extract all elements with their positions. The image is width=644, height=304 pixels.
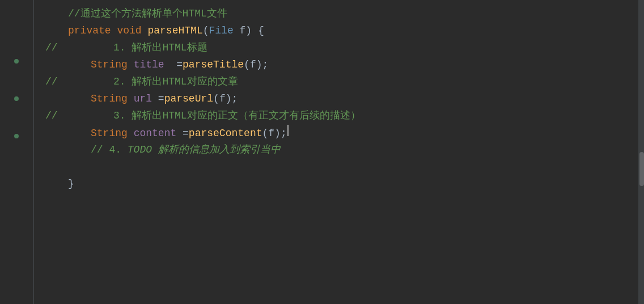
scrollbar-thumb[interactable] (639, 152, 644, 186)
gutter-marker-1 (14, 59, 19, 64)
editor-gutter (0, 0, 34, 304)
closing-brace: } (68, 176, 74, 192)
code-line-10 (45, 159, 644, 176)
paren-close: ) (245, 23, 252, 39)
text-cursor (287, 125, 289, 136)
line-comment-prefix-3: // (45, 108, 68, 124)
code-line-7: // 3. 解析出HTML对应的正文（有正文才有后续的描述） (45, 108, 644, 125)
keyword-string-3: String (91, 125, 128, 142)
todo-keyword: TODO (128, 142, 152, 158)
var-url: url (134, 91, 152, 107)
todo-comment-prefix: // 4. (91, 142, 128, 158)
code-line-5: // 2. 解析出HTML对应的文章 (45, 74, 644, 91)
comment-text-1: //通过这个方法解析单个HTML文件 (68, 6, 227, 22)
method-name: parseHTML (147, 23, 202, 39)
paren-2: ) (256, 57, 262, 73)
code-line-1: //通过这个方法解析单个HTML文件 (45, 6, 644, 23)
code-line-6: String url = parseUrl ( f ) ; (45, 91, 644, 108)
method-parseContent: parseContent (189, 125, 262, 142)
code-line-9: // 4. TODO 解析的信息加入到索引当中 (45, 142, 644, 159)
keyword-private: private (68, 23, 111, 39)
arg-f-1: f (250, 57, 256, 73)
param-name: f (240, 23, 246, 39)
method-parseTitle: parseTitle (183, 57, 244, 73)
keyword-string-2: String (91, 91, 128, 107)
todo-text: 解析的信息加入到索引当中 (152, 142, 281, 158)
code-line-8: String content = parseContent ( f ) ; (45, 125, 644, 142)
paren-1: ( (244, 57, 250, 73)
comment-text-2: 1. 解析出HTML标题 (113, 40, 207, 56)
code-editor: //通过这个方法解析单个HTML文件 private void parseHTM… (0, 0, 644, 304)
code-line-4: String title = parseTitle ( f ) ; (45, 57, 644, 74)
var-content: content (134, 125, 177, 142)
gutter-marker-2 (14, 96, 19, 101)
code-line-2: private void parseHTML ( File f ) { (45, 23, 644, 40)
comment-text-4: 3. 解析出HTML对应的正文（有正文才有后续的描述） (113, 108, 361, 124)
line-comment-prefix-1: // (45, 40, 68, 56)
paren-open: ( (203, 23, 209, 39)
method-parseUrl: parseUrl (164, 91, 213, 107)
keyword-void: void (117, 23, 141, 39)
comment-text-3: 2. 解析出HTML对应的文章 (113, 74, 238, 90)
var-title: title (134, 57, 164, 73)
line-comment-prefix-2: // (45, 74, 68, 90)
code-content: //通过这个方法解析单个HTML文件 private void parseHTM… (34, 0, 644, 304)
code-line-11: } (45, 176, 644, 193)
param-type: File (209, 23, 234, 39)
code-line-3: // 1. 解析出HTML标题 (45, 40, 644, 57)
scrollbar[interactable] (638, 0, 644, 304)
keyword-string-1: String (91, 57, 128, 73)
gutter-marker-3 (14, 134, 19, 138)
